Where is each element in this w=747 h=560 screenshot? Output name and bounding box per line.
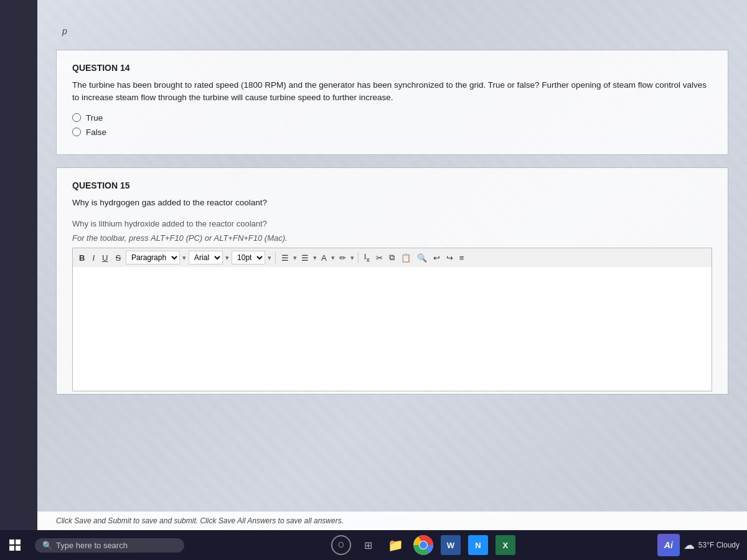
search-placeholder: Type here to search	[56, 541, 128, 550]
font-color-icon[interactable]: A	[319, 252, 329, 264]
left-sidebar	[0, 0, 37, 530]
weather-info: ☁ 53°F Cloudy	[684, 538, 740, 552]
svg-point-2	[420, 541, 427, 549]
notepad-icon: N	[468, 535, 488, 555]
word-letter: W	[447, 541, 454, 550]
taskbar-apps: O ⊞ 📁	[189, 533, 657, 558]
italic-button[interactable]: I	[90, 253, 97, 263]
copy-icon[interactable]: ⧉	[387, 251, 397, 264]
paragraph-select[interactable]: Paragraph	[126, 251, 180, 264]
windows-icon	[9, 539, 21, 551]
taskbar-chrome[interactable]	[411, 533, 436, 558]
save-info-text: Click Save and Submit to save and submit…	[56, 516, 344, 525]
toolbar-divider-1	[275, 252, 276, 263]
size-select[interactable]: 10pt	[232, 251, 265, 264]
chrome-svg	[413, 535, 433, 555]
answer-textarea[interactable]	[72, 267, 712, 391]
start-button[interactable]	[0, 530, 30, 560]
question14-number: QUESTION 14	[72, 63, 712, 73]
question15-section: QUESTION 15 Why is hydrgogen gas added t…	[56, 167, 728, 395]
weather-text: 53°F Cloudy	[698, 541, 740, 549]
ol-chevron: ▾	[313, 254, 317, 262]
question14-section: QUESTION 14 The turbine has been brought…	[56, 50, 728, 155]
editor-toolbar: B I U S Paragraph ▾ Arial ▾ 10pt ▾	[72, 248, 712, 267]
ai-label: Ai	[664, 540, 673, 550]
top-bar: p	[56, 12, 728, 50]
windows-quad-3	[9, 546, 14, 551]
font-chevron: ▾	[225, 254, 229, 262]
option-false[interactable]: False	[72, 128, 712, 137]
word-icon: W	[441, 535, 461, 555]
main-content: p QUESTION 14 The turbine has been broug…	[37, 0, 747, 530]
redo-icon[interactable]: ↪	[444, 252, 455, 264]
search-icon: 🔍	[42, 541, 52, 550]
question15-number: QUESTION 15	[72, 180, 712, 190]
fileexplorer-icon: 📁	[388, 538, 403, 553]
toolbar-divider-2	[358, 252, 359, 263]
taskbar-taskview[interactable]: ⊞	[356, 533, 381, 558]
ul-chevron: ▾	[293, 254, 297, 262]
taskbar-fileexplorer[interactable]: 📁	[383, 533, 408, 558]
notepad-letter: N	[475, 541, 481, 550]
windows-quad-1	[9, 539, 14, 544]
taskbar-search[interactable]: 🔍 Type here to search	[35, 538, 184, 553]
radio-true[interactable]	[72, 113, 81, 122]
bold-button[interactable]: B	[77, 253, 87, 263]
more-options-icon[interactable]: ≡	[458, 252, 466, 264]
taskbar-excel[interactable]: X	[493, 533, 518, 558]
taskview-icon: ⊞	[364, 539, 372, 551]
question15-subtext: Why is lithium hydroxide added to the re…	[72, 218, 712, 230]
cortana-letter: O	[338, 541, 344, 549]
paste-icon[interactable]: 📋	[399, 252, 413, 264]
excel-letter: X	[503, 541, 509, 550]
paragraph-chevron: ▾	[182, 254, 186, 262]
top-bar-letter: p	[62, 26, 67, 36]
highlight-icon[interactable]: ✏	[337, 252, 348, 264]
unordered-list-icon[interactable]: ☰	[280, 252, 291, 264]
taskbar: 🔍 Type here to search O ⊞ 📁	[0, 530, 747, 560]
option-true-label: True	[86, 113, 103, 123]
taskbar-right: Ai ☁ 53°F Cloudy	[657, 534, 747, 556]
windows-quad-2	[16, 539, 21, 544]
taskbar-notepad[interactable]: N	[466, 533, 491, 558]
cortana-icon: O	[331, 535, 351, 555]
taskbar-cortana[interactable]: O	[329, 533, 354, 558]
clear-format-icon[interactable]: Ix	[362, 251, 372, 264]
option-true[interactable]: True	[72, 113, 712, 123]
windows-quad-4	[16, 546, 21, 551]
ordered-list-icon[interactable]: ☰	[299, 252, 311, 264]
cloud-icon: ☁	[684, 538, 695, 552]
search-content-icon[interactable]: 🔍	[415, 252, 429, 264]
size-chevron: ▾	[268, 254, 271, 262]
save-info: Click Save and Submit to save and submit…	[37, 511, 747, 530]
underline-button[interactable]: U	[100, 253, 110, 263]
option-false-label: False	[86, 128, 106, 137]
taskbar-word[interactable]: W	[438, 533, 463, 558]
answer-hint: For the toolbar, press ALT+F10 (PC) or A…	[72, 233, 712, 243]
hl-chevron: ▾	[350, 254, 354, 262]
radio-false[interactable]	[72, 128, 81, 136]
undo-icon[interactable]: ↩	[431, 252, 442, 264]
question15-text: Why is hydrgogen gas added to the reacto…	[72, 197, 712, 209]
excel-icon: X	[496, 535, 515, 555]
fc-chevron: ▾	[331, 254, 335, 262]
chrome-icon	[413, 535, 433, 555]
font-select[interactable]: Arial	[189, 251, 223, 264]
strikethrough-button[interactable]: S	[113, 253, 123, 263]
ai-logo[interactable]: Ai	[657, 534, 680, 556]
cut-icon[interactable]: ✂	[374, 252, 385, 264]
question14-text: The turbine has been brought to rated sp…	[72, 79, 712, 105]
